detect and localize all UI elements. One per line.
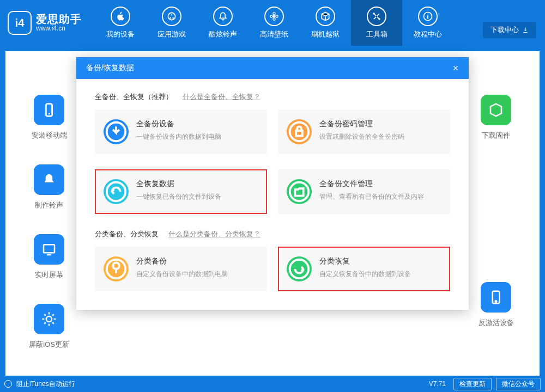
help-link-category[interactable]: 什么是分类备份、分类恢复？: [168, 230, 261, 238]
logo-badge: i4: [8, 11, 32, 35]
svg-point-5: [270, 15, 272, 17]
app-name: 爱思助手: [36, 13, 82, 25]
main-nav: 我的设备应用游戏酷炫铃声高清壁纸刷机越狱工具箱教程中心: [95, 0, 453, 46]
svg-point-3: [273, 13, 275, 15]
card-全恢复数据[interactable]: 全恢复数据一键恢复已备份的文件到设备: [95, 169, 267, 214]
tile-icon: [481, 95, 511, 125]
app-url: www.i4.cn: [36, 25, 82, 32]
info-icon: [418, 7, 438, 26]
apple-icon: [111, 7, 130, 26]
card-icon: [287, 119, 312, 144]
svg-point-13: [46, 316, 52, 322]
tile-icon: [34, 164, 64, 195]
svg-point-4: [273, 18, 275, 20]
section-full-title: 全备份、全恢复（推荐） 什么是全备份、全恢复？: [95, 92, 450, 102]
svg-point-11: [49, 113, 50, 115]
section-category-title: 分类备份、分类恢复 什么是分类备份、分类恢复？: [95, 229, 450, 239]
tile-屏蔽iOS更新[interactable]: 屏蔽iOS更新: [29, 304, 69, 350]
download-icon: [522, 27, 529, 33]
card-分类恢复[interactable]: 分类恢复自定义恢复备份中的数据到设备: [278, 247, 450, 291]
check-update-button[interactable]: 检查更新: [453, 378, 492, 390]
app-icon: [162, 7, 181, 26]
tools-icon: [367, 7, 386, 26]
side-tiles-left: 安装移动端制作铃声实时屏幕屏蔽iOS更新: [16, 95, 82, 350]
svg-point-7: [373, 13, 374, 14]
svg-point-22: [290, 260, 309, 279]
card-icon: [287, 256, 312, 281]
svg-point-20: [290, 182, 309, 201]
wechat-button[interactable]: 微信公众号: [496, 378, 541, 390]
tile-安装移动端[interactable]: 安装移动端: [32, 95, 67, 140]
card-全备份密码管理[interactable]: 全备份密码管理设置或删除设备的全备份密码: [278, 109, 450, 154]
card-icon: [104, 119, 129, 144]
nav-tools[interactable]: 工具箱: [351, 0, 402, 46]
svg-point-15: [495, 301, 497, 302]
tile-下载固件[interactable]: 下载固件: [481, 95, 511, 140]
svg-point-6: [276, 15, 278, 17]
tile-反激活设备[interactable]: 反激活设备: [479, 282, 514, 328]
card-icon: [104, 256, 129, 281]
svg-point-1: [168, 13, 175, 20]
tile-制作铃声[interactable]: 制作铃声: [34, 164, 64, 210]
help-link-full[interactable]: 什么是全备份、全恢复？: [183, 93, 261, 101]
tile-icon: [34, 95, 64, 125]
nav-apple[interactable]: 我的设备: [95, 0, 146, 46]
tile-实时屏幕[interactable]: 实时屏幕: [34, 234, 64, 280]
side-tiles-right: 下载固件反激活设备: [463, 95, 529, 328]
svg-point-8: [378, 18, 380, 20]
nav-box[interactable]: 刷机越狱: [300, 0, 351, 46]
nav-bell[interactable]: 酷炫铃声: [197, 0, 249, 46]
tile-icon: [481, 282, 511, 313]
tile-icon: [34, 234, 64, 265]
modal-header: 备份/恢复数据: [76, 57, 469, 79]
close-icon: [452, 64, 459, 72]
card-icon: [287, 179, 312, 204]
radio-icon: [4, 380, 12, 388]
card-全备份设备[interactable]: 全备份设备一键备份设备内的数据到电脑: [95, 109, 267, 154]
card-icon: [104, 179, 129, 204]
svg-point-19: [107, 182, 126, 201]
tile-icon: [34, 304, 64, 334]
modal-close-button[interactable]: [449, 62, 462, 75]
card-分类备份[interactable]: 分类备份自定义备份设备中的数据到电脑: [95, 247, 267, 291]
bell-icon: [213, 7, 233, 26]
header: i4 爱思助手 www.i4.cn 我的设备应用游戏酷炫铃声高清壁纸刷机越狱工具…: [0, 0, 545, 46]
svg-point-2: [273, 15, 276, 18]
card-全备份文件管理[interactable]: 全备份文件管理管理、查看所有已备份的文件及内容: [278, 169, 450, 214]
svg-rect-12: [44, 244, 55, 253]
block-itunes-toggle[interactable]: 阻止iTunes自动运行: [4, 379, 75, 389]
box-icon: [316, 7, 335, 26]
modal-title: 备份/恢复数据: [86, 63, 134, 73]
footer: 阻止iTunes自动运行 V7.71 检查更新 微信公众号: [0, 376, 545, 392]
download-center-button[interactable]: 下载中心: [483, 22, 536, 38]
version-label: V7.71: [429, 380, 446, 388]
nav-flower[interactable]: 高清壁纸: [249, 0, 300, 46]
nav-info[interactable]: 教程中心: [402, 0, 453, 46]
nav-app[interactable]: 应用游戏: [146, 0, 197, 46]
backup-restore-modal: 备份/恢复数据 全备份、全恢复（推荐） 什么是全备份、全恢复？ 全备份设备一键备…: [76, 57, 469, 310]
flower-icon: [264, 7, 284, 26]
logo[interactable]: i4 爱思助手 www.i4.cn: [8, 11, 82, 35]
svg-rect-18: [296, 131, 302, 136]
